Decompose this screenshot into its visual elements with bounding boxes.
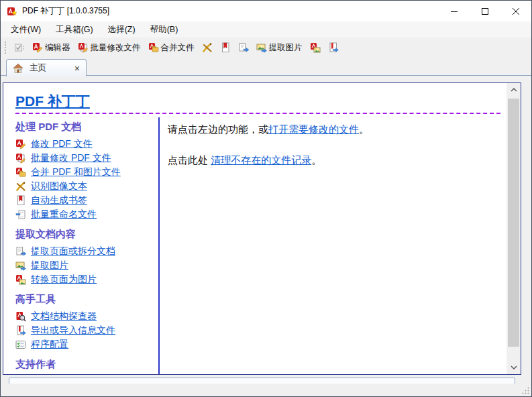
feature-link-label[interactable]: 导出或导入信息文件 (31, 325, 115, 337)
feature-link-label[interactable]: 自动生成书签 (31, 194, 87, 207)
maximize-button[interactable] (470, 1, 500, 21)
home-icon (13, 63, 23, 74)
clean-history-link[interactable]: 清理不存在的文件记录 (211, 154, 311, 166)
section-heading-advanced: 高手工具 (15, 293, 158, 306)
inspector-icon (15, 311, 26, 322)
bookmark-icon (15, 195, 26, 206)
menu-help[interactable]: 帮助(B) (143, 22, 186, 38)
extract-pages-icon (238, 42, 249, 53)
pdf-editor-icon (32, 42, 43, 53)
pdf-edit-icon (15, 139, 26, 150)
auto-bookmark-link[interactable]: 自动生成书签 (15, 193, 158, 207)
ocr-icon (15, 181, 26, 192)
app-icon (7, 6, 17, 17)
feature-link-label[interactable]: 批量重命名文件 (31, 209, 97, 221)
tab-close-icon[interactable]: × (74, 64, 80, 73)
vertical-scrollbar-thumb[interactable] (508, 99, 519, 347)
titlebar: PDF 补丁丁 [1.0.0.3755] (1, 1, 531, 21)
select-text-toggle[interactable] (11, 40, 28, 55)
extract-pages-icon (15, 246, 26, 257)
inspector-link[interactable]: 文档结构探查器 (15, 309, 158, 323)
feature-link-label[interactable]: 识别图像文本 (31, 180, 87, 192)
bookmark-button[interactable] (217, 40, 233, 55)
import-export-link[interactable]: 导出或导入信息文件 (15, 323, 158, 337)
editor-button[interactable]: 编辑器 (30, 40, 73, 56)
menu-file[interactable]: 文件(W) (3, 22, 48, 38)
notice-area: 请点击左边的功能，或打开需要修改的文件。 点击此处 清理不存在的文件记录。 (158, 117, 506, 374)
page-to-image-button[interactable] (307, 40, 323, 55)
notice-text: 。 (359, 123, 369, 135)
tab-home[interactable]: 主页 × (6, 59, 87, 76)
status-bar (1, 384, 531, 396)
feature-link-label[interactable]: 转换页面为图片 (31, 274, 97, 286)
app-window: PDF 补丁丁 [1.0.0.3755] 文件(W) 工具箱(G) 选择(Z) … (0, 0, 532, 397)
feature-link-label[interactable]: 程序配置 (31, 339, 68, 351)
pdf-batch-icon (78, 42, 89, 53)
window-title: PDF 补丁丁 [1.0.0.3755] (22, 5, 109, 17)
feature-link-label[interactable]: 文档结构探查器 (31, 310, 97, 323)
scroll-down-arrow-icon[interactable] (507, 362, 521, 373)
notice-text: 请点击左边的功能，或 (168, 123, 268, 135)
import-export-icon (15, 325, 26, 336)
merge-files-icon (148, 42, 159, 53)
feature-link-label[interactable]: 合并 PDF 和图片文件 (31, 166, 121, 178)
toolbar-gripper[interactable] (5, 42, 8, 54)
modify-pdf-link[interactable]: 修改 PDF 文件 (15, 137, 158, 151)
merge-button[interactable]: 合并文件 (146, 40, 197, 56)
export-doc-icon (328, 42, 339, 53)
config-link[interactable]: 程序配置 (15, 337, 158, 351)
open-file-link[interactable]: 打开需要修改的文件 (268, 123, 359, 135)
toolbar-button-label: 批量修改文件 (91, 42, 141, 54)
menu-bar: 文件(W) 工具箱(G) 选择(Z) 帮助(B) (1, 21, 531, 38)
feature-link-label[interactable]: 修改 PDF 文件 (31, 138, 93, 150)
menu-select[interactable]: 选择(Z) (101, 22, 143, 38)
bookmark-icon (220, 42, 231, 53)
batch-modify-pdf-link[interactable]: 批量修改 PDF 文件 (15, 151, 158, 165)
tab-home-label: 主页 (30, 62, 46, 74)
extract-images-link[interactable]: 提取图片 (15, 258, 158, 272)
dashed-divider (15, 113, 500, 114)
rename-icon (15, 209, 26, 220)
feature-link-label[interactable]: 批量修改 PDF 文件 (31, 152, 111, 164)
pdf-batch-icon (15, 153, 26, 164)
ocr-button[interactable] (199, 40, 215, 55)
toolbar-button-label: 编辑器 (45, 42, 70, 54)
batch-rename-link[interactable]: 批量重命名文件 (15, 207, 158, 221)
batch-modify-button[interactable]: 批量修改文件 (75, 40, 144, 56)
select-text-checkbox-icon (14, 42, 25, 53)
extract-images-icon (256, 42, 267, 53)
convert-pages-link[interactable]: 转换页面为图片 (15, 272, 158, 286)
page-title[interactable]: PDF 补丁丁 (15, 92, 90, 111)
extract-pages-link[interactable]: 提取页面或拆分文档 (15, 244, 158, 258)
menu-toolbox[interactable]: 工具箱(G) (48, 22, 101, 38)
section-heading-support: 支持作者 (15, 358, 158, 371)
feature-link-label[interactable]: 提取图片 (31, 260, 68, 272)
extract-pages-button[interactable] (235, 40, 252, 55)
close-button[interactable] (500, 1, 531, 21)
feature-list: 处理 PDF 文档 修改 PDF 文件 批量修改 PDF 文件 合并 PDF 和… (15, 117, 158, 374)
vertical-scrollbar[interactable] (507, 83, 521, 374)
home-page: PDF 补丁丁 处理 PDF 文档 修改 PDF 文件 批量修改 PDF 文件 (3, 83, 506, 374)
extract-images-icon (15, 260, 26, 271)
feature-link-label[interactable]: 提取页面或拆分文档 (31, 245, 115, 258)
section-heading-extract: 提取文档内容 (15, 228, 158, 241)
merge-files-icon (15, 167, 26, 178)
ocr-link[interactable]: 识别图像文本 (15, 179, 158, 193)
scroll-up-arrow-icon[interactable] (507, 84, 521, 95)
section-heading-process-pdf: 处理 PDF 文档 (15, 121, 158, 133)
page-to-image-icon (310, 42, 321, 53)
ocr-icon (202, 42, 213, 53)
main-panel: PDF 补丁丁 处理 PDF 文档 修改 PDF 文件 批量修改 PDF 文件 (3, 82, 521, 375)
toolbar-button-label: 提取图片 (269, 42, 303, 54)
export-doc-button[interactable] (325, 40, 341, 55)
notice-line-1: 请点击左边的功能，或打开需要修改的文件。 (168, 123, 506, 136)
notice-text: 。 (311, 154, 321, 166)
extract-images-button[interactable]: 提取图片 (254, 40, 305, 56)
resize-grip[interactable] (521, 386, 530, 395)
minimize-button[interactable] (439, 1, 470, 21)
toolbar-button-label: 合并文件 (161, 42, 195, 54)
merge-pdf-images-link[interactable]: 合并 PDF 和图片文件 (15, 165, 158, 179)
config-icon (15, 339, 26, 350)
toolbar: 编辑器 批量修改文件 合并文件 提取图片 (1, 38, 531, 58)
tab-strip: 主页 × (1, 58, 531, 76)
